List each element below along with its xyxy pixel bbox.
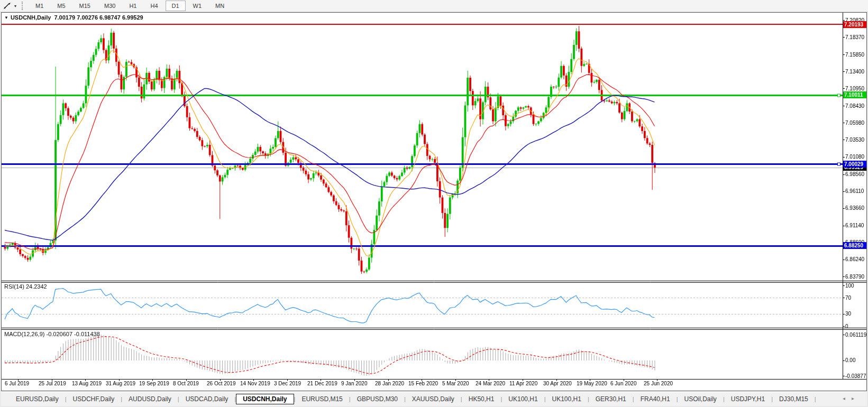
date-axis-label: 13 Aug 2019 <box>72 381 102 386</box>
chart-tab-XAUUSD-Daily[interactable]: XAUUSD,Daily <box>406 394 461 404</box>
chart-tab-UK100-H1[interactable]: UK100,H1 <box>502 394 544 404</box>
date-axis-label: 31 Aug 2019 <box>106 381 135 386</box>
date-axis-label: 19 Sep 2019 <box>139 381 169 386</box>
timeframe-button-H1[interactable]: H1 <box>123 1 143 11</box>
rsi-axis-label: 30 <box>845 311 851 317</box>
timeframe-button-D1[interactable]: D1 <box>166 1 186 11</box>
price-axis-label: 7.03530 <box>845 137 864 143</box>
price-axis-label: 6.96110 <box>845 188 864 194</box>
date-axis-label: 14 Nov 2019 <box>240 381 270 386</box>
date-axis-label: 3 Dec 2019 <box>274 381 301 386</box>
chart-tab-AUDUSD-Daily[interactable]: AUDUSD,Daily <box>122 394 178 404</box>
macd-axis-zero-label: 0.00 <box>845 357 855 363</box>
chart-title-text: USDCNH,Daily 7.00179 7.00276 6.98747 6.9… <box>11 14 143 21</box>
timeframe-button-group: M1M5M15M30H1H4D1W1MN <box>29 1 231 11</box>
chart-tab-USDCAD-Daily[interactable]: USDCAD,Daily <box>179 394 235 404</box>
price-axis-label: 6.93660 <box>845 205 864 211</box>
date-axis-label: 24 Mar 2020 <box>476 381 505 386</box>
caret-down-icon[interactable]: ▼ <box>12 4 19 8</box>
price-axis-label: 7.18370 <box>845 34 864 40</box>
rsi-axis-label: 70 <box>845 295 851 301</box>
price-axis-label: 7.10950 <box>845 86 864 91</box>
date-axis-label: 21 Dec 2019 <box>307 381 337 386</box>
rsi-indicator-label: RSI(14) 24.2342 <box>4 283 47 290</box>
price-axis-label: 6.91140 <box>845 223 864 228</box>
date-axis-label: 30 Apr 2020 <box>543 381 572 386</box>
date-axis-label: 5 Mar 2020 <box>442 381 469 386</box>
hline-price-badge: 7.20193 <box>843 21 867 28</box>
tab-separator: | <box>815 396 816 402</box>
chart-tab-USDCHF-Daily[interactable]: USDCHF,Daily <box>67 394 121 404</box>
timeframe-button-W1[interactable]: W1 <box>187 1 208 11</box>
price-axis-label: 7.13400 <box>845 69 864 75</box>
chart-tab-bar: EURUSD,Daily|USDCHF,Daily|AUDUSD,Daily|U… <box>1 392 867 406</box>
timeframe-button-MN[interactable]: MN <box>209 1 231 11</box>
chart-tab-USDJPY-H1[interactable]: USDJPY,H1 <box>725 394 771 404</box>
chart-tab-GBPUSD-M30[interactable]: GBPUSD,M30 <box>351 394 404 404</box>
macd-indicator-label: MACD(12,26,9) -0.020607 -0.011438 <box>4 331 100 337</box>
date-axis-label: 11 Apr 2020 <box>509 381 537 386</box>
date-axis-label: 9 Jan 2020 <box>341 381 368 386</box>
timeframe-button-M30[interactable]: M30 <box>98 1 122 11</box>
date-axis-label: 25 Jul 2019 <box>39 381 66 386</box>
hline-price-badge: 7.10011 <box>843 91 867 98</box>
tab-scroll-left-icon[interactable]: ◂ <box>843 395 852 401</box>
macd-axis-min-label: -0.038777 <box>845 373 867 379</box>
timeframe-button-M1[interactable]: M1 <box>29 1 50 11</box>
timeframe-button-H4[interactable]: H4 <box>144 1 164 11</box>
price-axis-label: 7.05980 <box>845 120 864 126</box>
toolbar-grip-handle <box>22 2 24 10</box>
trendline-tool-button[interactable] <box>2 1 12 11</box>
date-axis-label: 8 Oct 2019 <box>173 381 199 386</box>
date-axis-label: 15 Feb 2020 <box>408 381 438 386</box>
chart-tab-FRA40-H1[interactable]: FRA40,H1 <box>634 394 677 404</box>
chart-tab-GER30-H1[interactable]: GER30,H1 <box>589 394 633 404</box>
timeframe-button-M15[interactable]: M15 <box>73 1 97 11</box>
chart-tab-EURUSD-M15[interactable]: EURUSD,M15 <box>295 394 349 404</box>
chart-tab-USOil-Daily[interactable]: USOil,Daily <box>678 394 723 404</box>
date-axis-label: 6 Jun 2020 <box>610 381 637 386</box>
date-axis-label: 6 Jul 2019 <box>5 381 29 386</box>
timeframe-button-M5[interactable]: M5 <box>51 1 71 11</box>
chart-tab-HK50-H1[interactable]: HK50,H1 <box>462 394 501 404</box>
price-axis-label: 7.15850 <box>845 52 864 58</box>
price-chart-canvas[interactable] <box>2 13 866 391</box>
chart-window: ▼USDCNH,Daily 7.00179 7.00276 6.98747 6.… <box>1 12 867 391</box>
chart-tab-UK100-H1[interactable]: UK100,H1 <box>546 394 588 404</box>
hline-price-badge: 7.00029 <box>843 161 867 168</box>
price-axis-label: 6.98560 <box>845 171 864 177</box>
hline-price-badge: 6.88250 <box>843 242 867 249</box>
chart-tab-EURUSD-Daily[interactable]: EURUSD,Daily <box>10 394 65 404</box>
chart-title: ▼USDCNH,Daily 7.00179 7.00276 6.98747 6.… <box>4 14 143 21</box>
trendline-cursor-icon <box>3 2 11 10</box>
rsi-axis-label: 0 <box>845 323 848 329</box>
price-axis-label: 7.01080 <box>845 154 864 160</box>
price-axis-label: 7.08430 <box>845 103 864 109</box>
macd-axis-max-label: 0.061119 <box>845 332 866 338</box>
date-axis-label: 19 May 2020 <box>577 381 607 386</box>
date-axis-label: 25 Jun 2020 <box>644 381 673 386</box>
date-axis-label: 28 Jan 2020 <box>375 381 404 386</box>
price-axis-label: 6.83790 <box>845 274 864 280</box>
price-axis-label: 6.86240 <box>845 256 864 262</box>
chart-title-caret-icon[interactable]: ▼ <box>4 15 8 20</box>
top-toolbar: ▼ M1M5M15M30H1H4D1W1MN <box>0 0 868 12</box>
date-axis-label: 26 Oct 2019 <box>207 381 235 386</box>
chart-tab-DJ30-M15[interactable]: DJ30,M15 <box>773 394 815 404</box>
rsi-axis-label: 100 <box>845 283 854 289</box>
tab-scroll-right-icon[interactable]: ▸ <box>852 395 861 401</box>
chart-tab-USDCNH-Daily[interactable]: USDCNH,Daily <box>236 394 294 404</box>
